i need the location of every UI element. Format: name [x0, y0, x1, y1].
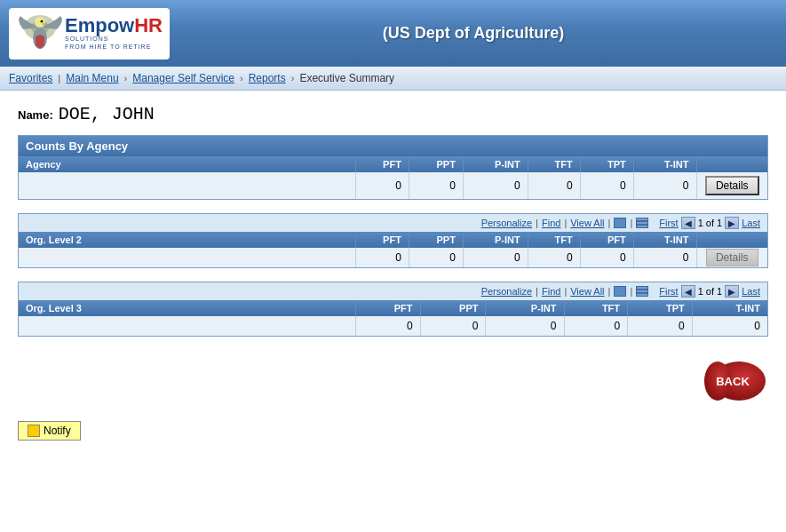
org3-tft-cell: 0: [564, 316, 628, 336]
col-tpt: TPT: [580, 156, 633, 172]
org3-page-info: 1 of 1: [698, 286, 723, 297]
org3-tint-cell: 0: [692, 316, 767, 336]
org3-last[interactable]: Last: [742, 286, 760, 297]
org2-first[interactable]: First: [659, 218, 678, 228]
org2-tint-cell: 0: [633, 248, 696, 267]
org3-ppt-cell: 0: [420, 316, 486, 336]
main-content: Name: DOE, JOHN Counts By Agency Agency …: [0, 91, 786, 458]
org2-pft2-cell: 0: [580, 248, 633, 267]
col-ppt: PPT: [409, 156, 463, 172]
org2-next-btn[interactable]: ▶: [725, 217, 739, 229]
org2-personalize[interactable]: Personalize: [481, 218, 532, 228]
notify-label: Notify: [44, 425, 71, 437]
notify-icon: [28, 425, 40, 437]
org3-tpt-cell: 0: [628, 316, 693, 336]
name-label: Name:: [18, 108, 53, 122]
org2-nav-info: First ◀ 1 of 1 ▶ Last: [659, 217, 760, 229]
org2-pft-cell: 0: [355, 248, 409, 267]
breadcrumb: Favorites | Main Menu › Manager Self Ser…: [0, 67, 786, 91]
breadcrumb-favorites[interactable]: Favorites: [9, 72, 52, 84]
header: EmpowHR SOLUTIONS FROM HIRE TO RETIRE (U…: [0, 0, 786, 67]
breadcrumb-main-menu[interactable]: Main Menu: [66, 72, 118, 84]
org2-ppt-cell: 0: [409, 248, 463, 267]
org2-page-info: 1 of 1: [698, 218, 723, 228]
table-row: 0 0 0 0 0 0 Details: [19, 248, 767, 267]
sep3: ›: [240, 73, 243, 83]
logo-text: EmpowHR: [65, 16, 163, 36]
org3-grid-icon: [636, 286, 648, 297]
col-pft: PFT: [355, 156, 409, 172]
col-agency: Agency: [19, 156, 355, 172]
org3-prev-btn[interactable]: ◀: [681, 285, 695, 298]
org3-find[interactable]: Find: [542, 286, 560, 297]
name-value: DOE, JOHN: [59, 104, 155, 124]
org2-controls: Personalize | Find | View All | | First …: [19, 214, 767, 232]
sep4: ›: [291, 73, 295, 83]
col-tft: TFT: [528, 156, 580, 172]
col3-ppt: PPT: [420, 300, 486, 316]
table-row: 0 0 0 0 0 0: [19, 316, 767, 336]
sep2: ›: [124, 73, 128, 83]
org2-details-button: Details: [706, 249, 758, 266]
name-row: Name: DOE, JOHN: [18, 104, 768, 124]
sep1: |: [58, 73, 60, 83]
ppt-cell: 0: [409, 172, 463, 199]
org-level2-section: Personalize | Find | View All | | First …: [18, 213, 768, 268]
svg-point-3: [35, 17, 45, 28]
org3-controls: Personalize | Find | View All | | First …: [19, 282, 767, 300]
col2-tint: T-INT: [633, 232, 696, 248]
col-pint: P-INT: [463, 156, 528, 172]
logo-sub2: FROM HIRE TO RETIRE: [65, 44, 163, 51]
col-actions: [696, 156, 767, 172]
tint-cell: 0: [633, 172, 696, 199]
col2-tft: TFT: [528, 232, 580, 248]
org3-next-btn[interactable]: ▶: [725, 285, 739, 298]
breadcrumb-reports[interactable]: Reports: [249, 72, 286, 84]
org2-grid-icon: [636, 218, 648, 228]
col3-pft: PFT: [355, 300, 420, 316]
agency-cell: [19, 172, 355, 199]
col2-actions: [696, 232, 767, 248]
col3-tpt: TPT: [628, 300, 693, 316]
pft-cell: 0: [355, 172, 409, 199]
header-title: (US Dept of Agriculture): [170, 24, 777, 43]
col-org2: Org. Level 2: [19, 232, 355, 248]
org3-view-all[interactable]: View All: [570, 286, 604, 297]
org2-tft-cell: 0: [528, 248, 580, 267]
org-level3-section: Personalize | Find | View All | | First …: [18, 282, 768, 337]
org2-prev-btn[interactable]: ◀: [681, 217, 695, 229]
org2-last[interactable]: Last: [742, 218, 760, 228]
col2-ppt: PPT: [409, 232, 463, 248]
org-level2-table: Org. Level 2 PFT PPT P-INT TFT PFT T-INT…: [19, 232, 767, 267]
col-tint: T-INT: [633, 156, 696, 172]
col2-pft2: PFT: [580, 232, 633, 248]
table-row: 0 0 0 0 0 0 Details: [19, 172, 767, 199]
org3-first[interactable]: First: [659, 286, 678, 297]
svg-text:BACK: BACK: [716, 375, 750, 388]
logo-box: EmpowHR SOLUTIONS FROM HIRE TO RETIRE: [9, 8, 170, 60]
col3-tft: TFT: [564, 300, 628, 316]
details-button[interactable]: Details: [705, 176, 759, 195]
org3-filter-icon: [614, 286, 626, 297]
tpt-cell: 0: [580, 172, 633, 199]
org3-pft-cell: 0: [355, 316, 420, 336]
org3-cell: [19, 316, 355, 336]
org3-nav-info: First ◀ 1 of 1 ▶ Last: [659, 285, 760, 298]
org3-pint-cell: 0: [486, 316, 564, 336]
col3-tint: T-INT: [692, 300, 767, 316]
back-button[interactable]: BACK: [702, 359, 768, 403]
org3-personalize[interactable]: Personalize: [481, 286, 532, 297]
notify-button[interactable]: Notify: [18, 421, 81, 441]
org-level3-table: Org. Level 3 PFT PPT P-INT TFT TPT T-INT…: [19, 300, 767, 336]
counts-by-agency-table: Agency PFT PPT P-INT TFT TPT T-INT 0 0 0…: [19, 156, 767, 199]
back-button-svg[interactable]: BACK: [702, 359, 768, 403]
org2-find[interactable]: Find: [542, 218, 560, 228]
col3-pint: P-INT: [486, 300, 564, 316]
col-org3: Org. Level 3: [19, 300, 355, 316]
org2-cell: [19, 248, 355, 267]
org2-details-cell: Details: [696, 248, 767, 267]
eagle-icon: [16, 12, 65, 56]
col2-pint: P-INT: [463, 232, 528, 248]
breadcrumb-manager-self-service[interactable]: Manager Self Service: [132, 72, 234, 84]
org2-view-all[interactable]: View All: [570, 218, 604, 228]
